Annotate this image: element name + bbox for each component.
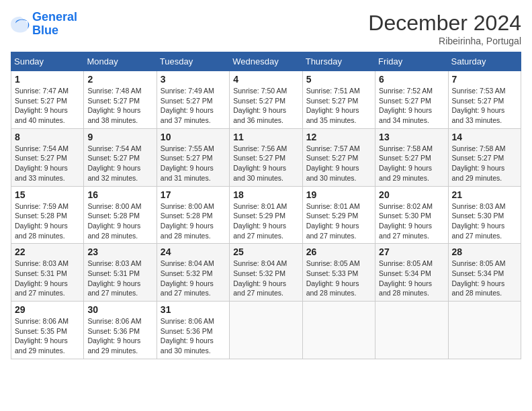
day-number: 17 (161, 189, 226, 200)
day-number: 13 (379, 132, 444, 142)
day-info: Sunrise: 7:53 AM Sunset: 5:27 PM Dayligh… (452, 86, 517, 126)
table-row: 9Sunrise: 7:54 AM Sunset: 5:27 PM Daylig… (84, 128, 157, 186)
header-sunday: Sunday (11, 52, 84, 71)
header-saturday: Saturday (448, 52, 521, 71)
calendar-table: Sunday Monday Tuesday Wednesday Thursday… (11, 52, 521, 359)
calendar-week-row: 22Sunrise: 8:03 AM Sunset: 5:31 PM Dayli… (11, 244, 521, 302)
day-number: 14 (452, 132, 517, 142)
day-number: 9 (87, 132, 152, 142)
day-info: Sunrise: 7:50 AM Sunset: 5:27 PM Dayligh… (233, 86, 298, 126)
logo: General Blue (11, 11, 77, 38)
day-info: Sunrise: 8:05 AM Sunset: 5:34 PM Dayligh… (452, 259, 517, 298)
day-info: Sunrise: 7:47 AM Sunset: 5:27 PM Dayligh… (15, 86, 80, 126)
table-row: 2Sunrise: 7:48 AM Sunset: 5:27 PM Daylig… (84, 71, 157, 129)
day-info: Sunrise: 8:00 AM Sunset: 5:28 PM Dayligh… (87, 201, 152, 241)
table-row: 23Sunrise: 8:03 AM Sunset: 5:31 PM Dayli… (84, 244, 157, 302)
table-row: 5Sunrise: 7:51 AM Sunset: 5:27 PM Daylig… (302, 71, 375, 129)
day-number: 11 (233, 132, 298, 142)
day-number: 16 (87, 189, 152, 200)
day-number: 31 (161, 304, 226, 315)
day-info: Sunrise: 7:59 AM Sunset: 5:28 PM Dayligh… (15, 201, 80, 241)
logo-text: General Blue (32, 11, 77, 38)
calendar-week-row: 1Sunrise: 7:47 AM Sunset: 5:27 PM Daylig… (11, 71, 521, 129)
month-title: December 2024 (368, 11, 521, 36)
header-tuesday: Tuesday (157, 52, 229, 71)
table-row: 11Sunrise: 7:56 AM Sunset: 5:27 PM Dayli… (230, 128, 302, 186)
day-info: Sunrise: 8:05 AM Sunset: 5:33 PM Dayligh… (306, 259, 371, 298)
calendar-week-row: 15Sunrise: 7:59 AM Sunset: 5:28 PM Dayli… (11, 186, 521, 244)
day-number: 24 (161, 246, 226, 257)
day-info: Sunrise: 8:03 AM Sunset: 5:31 PM Dayligh… (87, 259, 152, 298)
day-info: Sunrise: 7:58 AM Sunset: 5:27 PM Dayligh… (379, 144, 444, 183)
day-info: Sunrise: 7:56 AM Sunset: 5:27 PM Dayligh… (233, 144, 298, 183)
calendar-week-row: 8Sunrise: 7:54 AM Sunset: 5:27 PM Daylig… (11, 128, 521, 186)
day-info: Sunrise: 8:06 AM Sunset: 5:36 PM Dayligh… (161, 316, 226, 356)
day-number: 2 (87, 74, 152, 85)
title-block: December 2024 Ribeirinha, Portugal (368, 11, 521, 46)
day-number: 22 (15, 246, 80, 257)
day-number: 20 (379, 189, 444, 200)
table-row (448, 302, 521, 359)
page-header: General Blue December 2024 Ribeirinha, P… (11, 11, 521, 46)
table-row: 30Sunrise: 8:06 AM Sunset: 5:36 PM Dayli… (84, 302, 157, 359)
table-row (375, 302, 448, 359)
day-number: 7 (452, 74, 517, 85)
day-info: Sunrise: 8:04 AM Sunset: 5:32 PM Dayligh… (233, 259, 298, 298)
logo-icon (11, 15, 30, 34)
day-info: Sunrise: 8:01 AM Sunset: 5:29 PM Dayligh… (306, 201, 371, 241)
day-number: 3 (161, 74, 226, 85)
day-number: 28 (452, 246, 517, 257)
day-info: Sunrise: 8:01 AM Sunset: 5:29 PM Dayligh… (233, 201, 298, 241)
table-row: 4Sunrise: 7:50 AM Sunset: 5:27 PM Daylig… (230, 71, 302, 129)
table-row: 25Sunrise: 8:04 AM Sunset: 5:32 PM Dayli… (230, 244, 302, 302)
table-row: 16Sunrise: 8:00 AM Sunset: 5:28 PM Dayli… (84, 186, 157, 244)
table-row: 20Sunrise: 8:02 AM Sunset: 5:30 PM Dayli… (375, 186, 448, 244)
table-row: 27Sunrise: 8:05 AM Sunset: 5:34 PM Dayli… (375, 244, 448, 302)
table-row: 22Sunrise: 8:03 AM Sunset: 5:31 PM Dayli… (11, 244, 84, 302)
header-thursday: Thursday (302, 52, 375, 71)
day-number: 15 (15, 189, 80, 200)
day-info: Sunrise: 8:06 AM Sunset: 5:35 PM Dayligh… (15, 316, 80, 356)
table-row: 19Sunrise: 8:01 AM Sunset: 5:29 PM Dayli… (302, 186, 375, 244)
table-row: 31Sunrise: 8:06 AM Sunset: 5:36 PM Dayli… (157, 302, 229, 359)
day-info: Sunrise: 8:04 AM Sunset: 5:32 PM Dayligh… (161, 259, 226, 298)
day-info: Sunrise: 7:55 AM Sunset: 5:27 PM Dayligh… (161, 144, 226, 183)
table-row: 3Sunrise: 7:49 AM Sunset: 5:27 PM Daylig… (157, 71, 229, 129)
table-row: 24Sunrise: 8:04 AM Sunset: 5:32 PM Dayli… (157, 244, 229, 302)
day-number: 1 (15, 74, 80, 85)
day-info: Sunrise: 7:58 AM Sunset: 5:27 PM Dayligh… (452, 144, 517, 183)
table-row: 7Sunrise: 7:53 AM Sunset: 5:27 PM Daylig… (448, 71, 521, 129)
day-info: Sunrise: 8:05 AM Sunset: 5:34 PM Dayligh… (379, 259, 444, 298)
header-wednesday: Wednesday (230, 52, 302, 71)
day-info: Sunrise: 8:03 AM Sunset: 5:31 PM Dayligh… (15, 259, 80, 298)
day-info: Sunrise: 8:06 AM Sunset: 5:36 PM Dayligh… (87, 316, 152, 356)
header-friday: Friday (375, 52, 448, 71)
table-row: 18Sunrise: 8:01 AM Sunset: 5:29 PM Dayli… (230, 186, 302, 244)
table-row: 6Sunrise: 7:52 AM Sunset: 5:27 PM Daylig… (375, 71, 448, 129)
table-row (302, 302, 375, 359)
day-number: 19 (306, 189, 371, 200)
table-row: 1Sunrise: 7:47 AM Sunset: 5:27 PM Daylig… (11, 71, 84, 129)
day-info: Sunrise: 8:00 AM Sunset: 5:28 PM Dayligh… (161, 201, 226, 241)
header-monday: Monday (84, 52, 157, 71)
day-number: 6 (379, 74, 444, 85)
day-number: 5 (306, 74, 371, 85)
day-info: Sunrise: 8:03 AM Sunset: 5:30 PM Dayligh… (452, 201, 517, 241)
day-number: 21 (452, 189, 517, 200)
calendar-body: 1Sunrise: 7:47 AM Sunset: 5:27 PM Daylig… (11, 71, 521, 359)
table-row (230, 302, 302, 359)
day-number: 23 (87, 246, 152, 257)
day-info: Sunrise: 7:48 AM Sunset: 5:27 PM Dayligh… (87, 86, 152, 126)
table-row: 17Sunrise: 8:00 AM Sunset: 5:28 PM Dayli… (157, 186, 229, 244)
day-number: 25 (233, 246, 298, 257)
day-number: 18 (233, 189, 298, 200)
day-number: 8 (15, 132, 80, 142)
day-info: Sunrise: 8:02 AM Sunset: 5:30 PM Dayligh… (379, 201, 444, 241)
table-row: 28Sunrise: 8:05 AM Sunset: 5:34 PM Dayli… (448, 244, 521, 302)
table-row: 26Sunrise: 8:05 AM Sunset: 5:33 PM Dayli… (302, 244, 375, 302)
table-row: 8Sunrise: 7:54 AM Sunset: 5:27 PM Daylig… (11, 128, 84, 186)
table-row: 21Sunrise: 8:03 AM Sunset: 5:30 PM Dayli… (448, 186, 521, 244)
day-info: Sunrise: 7:57 AM Sunset: 5:27 PM Dayligh… (306, 144, 371, 183)
day-number: 12 (306, 132, 371, 142)
calendar-header-row: Sunday Monday Tuesday Wednesday Thursday… (11, 52, 521, 71)
